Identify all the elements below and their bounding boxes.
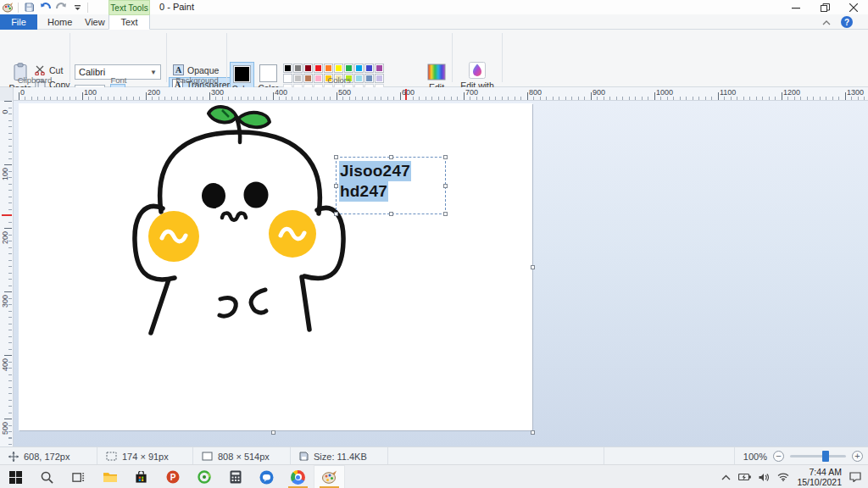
quick-access-toolbar [2,1,88,14]
paint-app-icon [2,2,14,13]
drawing-canvas[interactable]: Jisoo247 hd247 [19,103,532,430]
status-bar: 608, 172px 174 × 91px 808 × 514px Size: … [0,446,868,464]
microsoft-store-button[interactable] [125,465,157,488]
search-button[interactable] [31,465,63,488]
file-size-icon [299,452,309,461]
cursor-y-marker [2,214,12,216]
resize-handle[interactable] [389,155,393,159]
zalo-icon [259,470,274,485]
v-ruler-label: 400 [1,361,9,371]
resize-handle[interactable] [443,155,448,159]
canvas-resize-handle-bottom[interactable] [271,430,275,435]
customize-quick-access-icon[interactable] [71,2,83,13]
resize-handle[interactable] [443,184,448,188]
zoom-controls: 100% − + [734,447,863,465]
paint-icon [322,470,337,484]
h-ruler-label: 800 [529,88,542,97]
divider [87,3,88,13]
background-group-label: Background [168,75,226,85]
colors-group-label: Colors [254,75,424,85]
palette-color-swatch[interactable] [344,64,353,73]
v-ruler-label: 0 [1,107,9,117]
palette-color-swatch[interactable] [375,64,384,73]
h-ruler-label: 700 [465,88,478,97]
divider [452,33,453,82]
canvas-size-icon [202,452,213,461]
palette-color-swatch[interactable] [293,64,303,73]
redo-button[interactable] [55,2,67,13]
zalo-button[interactable] [251,465,282,488]
palette-color-swatch[interactable] [334,64,343,73]
divider [18,3,19,13]
file-size-field: Size: 11.4KB [291,447,388,465]
divider [70,33,70,82]
palette-color-swatch[interactable] [364,64,374,73]
microsoft-store-icon [135,471,147,484]
hidden-icons-chevron[interactable] [721,474,731,480]
battery-icon[interactable] [738,473,751,481]
paint-taskbar-button[interactable] [314,465,345,488]
help-icon[interactable]: ? [841,16,853,28]
title-bar: Text Tools 0 - Paint [0,0,868,14]
file-explorer-button[interactable] [94,465,125,488]
divider [226,33,227,82]
palette-color-swatch[interactable] [303,64,313,73]
restore-button[interactable] [810,0,839,14]
h-ruler-label: 200 [147,88,160,97]
zoom-level: 100% [743,452,767,462]
powerpoint-icon: P [166,470,180,484]
v-ruler-label: 200 [1,234,9,244]
collapse-ribbon-icon[interactable] [822,17,834,27]
v-ruler-label: 500 [1,424,9,435]
taskbar: P [0,464,868,488]
svg-text:P: P [170,473,175,482]
h-ruler-label: 0 [20,88,25,97]
resize-handle[interactable] [334,155,338,159]
tab-file[interactable]: File [0,14,37,30]
windows-logo-icon [9,471,22,484]
h-ruler-label: 600 [402,88,415,97]
tab-text[interactable]: Text [108,14,150,30]
resize-handle[interactable] [334,184,338,188]
volume-icon[interactable] [759,473,770,482]
start-button[interactable] [0,465,31,488]
opaque-button[interactable]: A Opaque [170,64,221,76]
action-center-icon[interactable] [849,472,861,482]
zoom-slider-thumb[interactable] [822,451,829,462]
palette-color-swatch[interactable] [314,64,323,73]
powerpoint-button[interactable]: P [157,465,188,488]
clock[interactable]: 7:44 AM 15/10/2021 [797,467,842,487]
canvas-text[interactable]: Jisoo247 hd247 [339,161,411,202]
resize-handle[interactable] [334,212,338,216]
close-button[interactable] [839,0,868,14]
canvas-resize-handle-right[interactable] [531,265,535,269]
clipboard-group-label: Clipboard [0,75,70,85]
canvas-resize-handle-corner[interactable] [531,430,535,435]
palette-color-swatch[interactable] [324,64,333,73]
undo-button[interactable] [39,2,51,13]
task-view-button[interactable] [63,465,94,488]
wifi-icon[interactable] [777,473,789,481]
contextual-tab-header: Text Tools [108,0,150,14]
palette-color-swatch[interactable] [283,64,292,73]
text-selection-box[interactable]: Jisoo247 hd247 [336,157,446,214]
chrome-button[interactable] [282,465,314,488]
ribbon-tab-row: File Home View Text ? [0,14,868,30]
zoom-out-button[interactable]: − [773,451,784,462]
minimize-button[interactable] [782,0,810,14]
calculator-button[interactable] [220,465,251,488]
download-manager-button[interactable] [188,465,220,488]
selection-size-icon [106,452,117,461]
system-tray: 7:44 AM 15/10/2021 [721,465,868,488]
resize-handle[interactable] [389,212,393,216]
status-spacer [388,447,604,465]
resize-handle[interactable] [443,212,448,216]
save-button[interactable] [23,2,35,13]
h-ruler-label: 1200 [783,88,800,97]
cut-button[interactable]: Cut [32,64,65,76]
zoom-slider[interactable] [790,455,846,458]
ruler-corner [0,87,14,101]
workspace: Jisoo247 hd247 [14,101,868,446]
zoom-in-button[interactable]: + [852,451,863,462]
palette-color-swatch[interactable] [354,64,364,73]
